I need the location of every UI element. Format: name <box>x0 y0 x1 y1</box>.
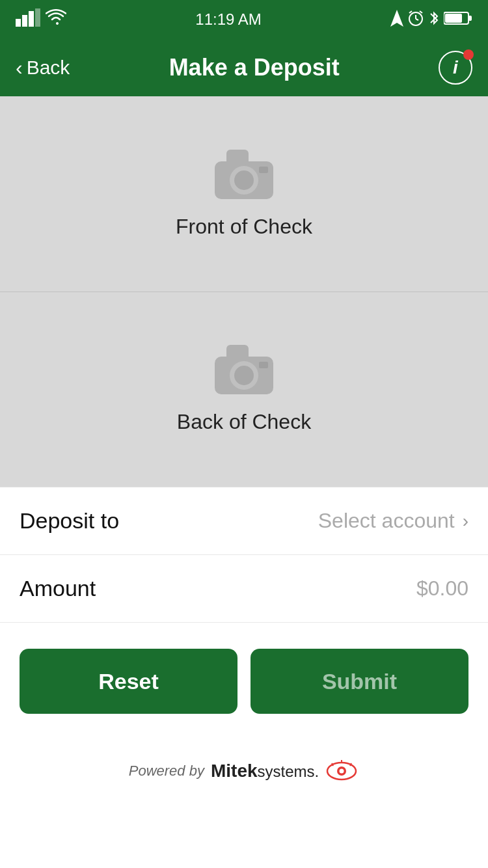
amount-row[interactable]: Amount $0.00 <box>0 555 488 623</box>
bluetooth-icon <box>428 10 440 30</box>
status-bar: 11:19 AM <box>0 0 488 39</box>
select-account-chevron-icon: › <box>463 511 468 532</box>
wifi-icon <box>46 9 66 30</box>
svg-rect-3 <box>35 8 40 27</box>
info-notification-dot <box>463 49 474 60</box>
location-icon <box>390 10 403 30</box>
mitek-eye-icon <box>324 759 359 783</box>
deposit-to-row[interactable]: Deposit to Select account › <box>0 487 488 555</box>
signal-icon <box>16 8 40 31</box>
svg-rect-0 <box>16 19 21 27</box>
status-right <box>390 10 472 30</box>
svg-rect-12 <box>445 14 462 23</box>
camera-icon-front <box>215 150 273 202</box>
form-area: Deposit to Select account › Amount $0.00 <box>0 487 488 623</box>
svg-rect-17 <box>259 167 268 173</box>
select-account-placeholder: Select account <box>318 509 455 533</box>
svg-point-25 <box>340 769 344 774</box>
back-button[interactable]: ‹ Back <box>16 56 70 80</box>
svg-rect-22 <box>259 362 268 368</box>
info-button[interactable]: i <box>439 51 472 85</box>
submit-button[interactable]: Submit <box>251 649 468 714</box>
svg-point-16 <box>234 170 254 190</box>
mitek-logo: Miteksystems. <box>211 759 359 783</box>
battery-icon <box>444 11 472 29</box>
status-time: 11:19 AM <box>195 10 261 29</box>
svg-rect-2 <box>29 11 34 27</box>
mitek-brand-name: Miteksystems. <box>211 761 319 781</box>
footer: Powered by Miteksystems. <box>0 733 488 796</box>
reset-button[interactable]: Reset <box>20 649 237 714</box>
nav-bar: ‹ Back Make a Deposit i <box>0 39 488 96</box>
page-title: Make a Deposit <box>169 54 340 81</box>
amount-label: Amount <box>20 576 96 601</box>
svg-marker-4 <box>390 10 403 27</box>
front-of-check-panel[interactable]: Front of Check <box>0 96 488 292</box>
info-label: i <box>453 57 458 78</box>
svg-point-21 <box>234 366 254 385</box>
svg-rect-19 <box>226 345 249 360</box>
powered-by-label: Powered by <box>129 763 204 780</box>
select-account-container[interactable]: Select account › <box>318 509 468 533</box>
svg-rect-1 <box>22 15 27 27</box>
svg-rect-11 <box>468 16 472 21</box>
svg-line-9 <box>420 11 422 13</box>
button-row: Reset Submit <box>0 623 488 733</box>
back-chevron-icon: ‹ <box>16 56 23 80</box>
back-of-check-label: Back of Check <box>177 410 311 434</box>
svg-rect-14 <box>226 150 249 165</box>
amount-value: $0.00 <box>416 576 468 601</box>
status-left <box>16 8 66 31</box>
alarm-icon <box>407 10 424 30</box>
front-of-check-label: Front of Check <box>176 215 312 239</box>
camera-icon-back <box>215 345 273 397</box>
deposit-to-label: Deposit to <box>20 508 119 534</box>
svg-line-8 <box>409 11 412 13</box>
svg-line-7 <box>416 19 418 20</box>
back-of-check-panel[interactable]: Back of Check <box>0 292 488 487</box>
back-label: Back <box>27 57 70 79</box>
